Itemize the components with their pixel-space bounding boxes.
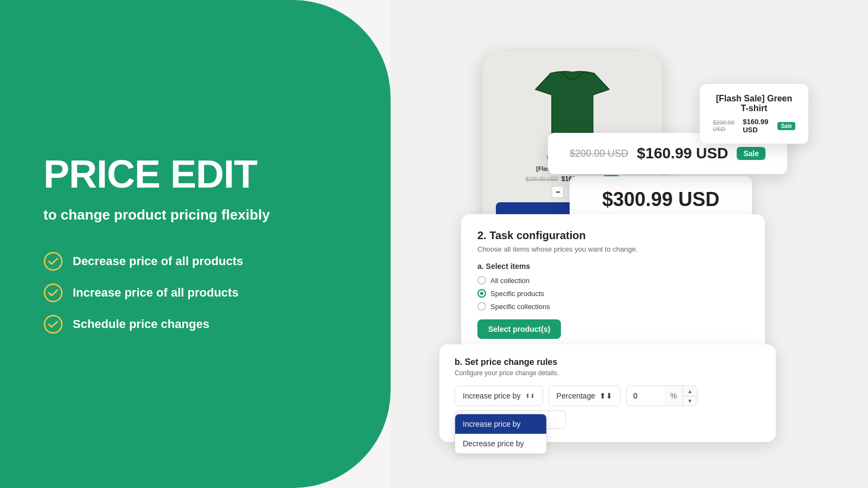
select-products-button[interactable]: Select product(s) bbox=[477, 319, 561, 339]
svg-point-37 bbox=[44, 253, 62, 270]
product-sale-badge: Sale bbox=[777, 122, 795, 130]
task-config-subtitle: Choose all items whose prices you want t… bbox=[477, 245, 749, 253]
price-card-old-price: $200.00 USD bbox=[570, 148, 628, 159]
price-card-new-price: $160.99 USD bbox=[637, 145, 728, 162]
check-icon-1 bbox=[43, 252, 63, 271]
dropdown-option-decrease[interactable]: Decrease price by bbox=[455, 434, 546, 453]
price-action-dropdown[interactable]: Increase price by ⬆⬇ bbox=[455, 386, 543, 406]
svg-point-39 bbox=[44, 316, 62, 333]
percentage-arrows: ⬆⬇ bbox=[599, 391, 612, 400]
price-rules-subtitle: Configure your price change details. bbox=[455, 369, 761, 377]
number-input[interactable] bbox=[627, 386, 665, 406]
price-rules-card: b. Set price change rules Configure your… bbox=[439, 344, 776, 442]
feature-list: Decrease price of all products Increase … bbox=[43, 252, 353, 334]
number-input-group: % ▲ ▼ bbox=[626, 386, 697, 406]
task-config-title: 2. Task configuration bbox=[477, 229, 749, 242]
number-unit: % bbox=[665, 386, 682, 406]
check-icon-2 bbox=[43, 283, 63, 303]
radio-label-all: All collection bbox=[490, 277, 529, 285]
radio-specific-products[interactable]: Specific products bbox=[477, 289, 749, 298]
radio-circle-all bbox=[477, 276, 486, 285]
price-card-2-price: $300.99 USD bbox=[602, 188, 719, 211]
radio-specific-collections[interactable]: Specific collections bbox=[477, 302, 749, 311]
spinner-down[interactable]: ▼ bbox=[683, 396, 697, 406]
select-items-label: a. Select items bbox=[477, 262, 749, 271]
feature-item-3: Schedule price changes bbox=[43, 314, 353, 334]
percentage-dropdown[interactable]: Percentage ⬆⬇ bbox=[548, 386, 621, 406]
price-card-sale-badge: Sale bbox=[737, 147, 765, 160]
check-icon-3 bbox=[43, 314, 63, 334]
price-rules-title: b. Set price change rules bbox=[455, 357, 761, 367]
svg-point-38 bbox=[44, 284, 62, 301]
dropdown-arrows: ⬆⬇ bbox=[525, 393, 535, 400]
feature-text-3: Schedule price changes bbox=[73, 317, 209, 331]
phone-qty-decrease[interactable]: − bbox=[552, 186, 564, 198]
feature-item-1: Decrease price of all products bbox=[43, 252, 353, 271]
price-action-dropdown-container: Increase price by ⬆⬇ Increase price by D… bbox=[455, 386, 543, 406]
price-action-dropdown-overlay: Increase price by Decrease price by bbox=[455, 414, 547, 454]
radio-circle-collections bbox=[477, 302, 486, 311]
product-title-card: [Flash Sale] Green T-shirt $200.00 USD $… bbox=[700, 84, 808, 144]
feature-item-2: Increase price of all products bbox=[43, 283, 353, 303]
product-title-price-row: $200.00 USD $160.99 USD Sale bbox=[713, 118, 795, 134]
ui-stack: W WizzCommerce [Flash Sale] Green T-shir… bbox=[439, 41, 819, 447]
spinner-up[interactable]: ▲ bbox=[683, 387, 697, 396]
right-panel: W WizzCommerce [Flash Sale] Green T-shir… bbox=[391, 0, 868, 488]
left-panel: PRICE EDIT to change product pricing fle… bbox=[0, 0, 391, 488]
hero-title: PRICE EDIT bbox=[43, 154, 353, 195]
radio-label-collections: Specific collections bbox=[490, 303, 550, 311]
number-spinners: ▲ ▼ bbox=[682, 387, 697, 406]
product-new-price: $160.99 USD bbox=[743, 118, 774, 134]
hero-subtitle: to change product pricing flexibly bbox=[43, 206, 353, 224]
feature-text-1: Decrease price of all products bbox=[73, 254, 243, 268]
product-title-text: [Flash Sale] Green T-shirt bbox=[713, 94, 795, 113]
phone-old-price: $200.00 USD bbox=[526, 176, 558, 182]
feature-text-2: Increase price of all products bbox=[73, 286, 239, 300]
price-action-value: Increase price by bbox=[463, 391, 521, 400]
dropdown-option-increase[interactable]: Increase price by bbox=[455, 414, 546, 434]
radio-circle-specific-products bbox=[477, 289, 486, 298]
radio-label-specific-products: Specific products bbox=[490, 290, 544, 298]
radio-all-collection[interactable]: All collection bbox=[477, 276, 749, 285]
percentage-label: Percentage bbox=[557, 391, 596, 400]
price-card-1-inner: $200.00 USD $160.99 USD Sale bbox=[570, 145, 765, 162]
price-rules-row: Increase price by ⬆⬇ Increase price by D… bbox=[455, 386, 761, 406]
radio-group: All collection Specific products Specifi… bbox=[477, 276, 749, 311]
product-old-price: $200.00 USD bbox=[713, 119, 739, 132]
